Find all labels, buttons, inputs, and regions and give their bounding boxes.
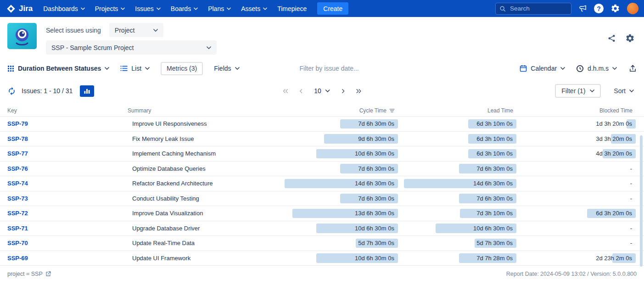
nav-menu-item[interactable]: Timepiece — [272, 0, 312, 17]
column-header-key[interactable]: Key — [0, 107, 125, 114]
cycle-time-cell: 7d 6h 30m 0s — [281, 117, 400, 131]
issue-key-link[interactable]: SSP-79 — [7, 120, 28, 127]
footer: project = SSP Report Date: 2024-05-09 13… — [0, 266, 644, 277]
page-size-value: 10 — [314, 87, 321, 95]
search-input[interactable] — [509, 5, 563, 12]
lead-time-value: 7d 7h 28m 0s — [476, 255, 517, 262]
blocked-time-value: 3d 3h 20m 0s — [596, 135, 636, 142]
column-header-blocked-time[interactable]: Blocked Time — [519, 107, 638, 114]
chevron-left-icon — [298, 89, 302, 94]
share-button[interactable] — [607, 34, 616, 43]
filter-button[interactable]: Filter (1) — [555, 84, 601, 98]
column-header-cycle-time-label: Cycle Time — [359, 107, 386, 114]
page: Jira Dashboards Projects Issues Boards P… — [0, 0, 644, 285]
top-navigation: Jira Dashboards Projects Issues Boards P… — [0, 0, 644, 17]
issue-key-link[interactable]: SSP-71 — [7, 225, 28, 232]
create-button[interactable]: Create — [317, 2, 348, 15]
cycle-time-value: 7d 6h 30m 0s — [358, 195, 398, 202]
issue-key-link[interactable]: SSP-74 — [7, 180, 28, 187]
fields-dropdown[interactable]: Fields — [214, 65, 239, 72]
blocked-time-value: 6d 3h 20m 0s — [596, 210, 636, 217]
column-header-cycle-time[interactable]: Cycle Time — [281, 107, 400, 114]
help-button[interactable]: ? — [594, 4, 604, 13]
announcements-button[interactable] — [578, 4, 587, 13]
time-format-dropdown[interactable]: d.h.m.s — [576, 65, 617, 73]
nav-menu-item[interactable]: Plans — [203, 0, 236, 17]
first-page-button[interactable] — [280, 87, 290, 95]
chevron-down-icon — [157, 7, 161, 10]
nav-menu-item[interactable]: Dashboards — [38, 0, 90, 17]
next-page-button[interactable] — [340, 87, 347, 95]
blocked-time-value: - — [630, 195, 636, 202]
metrics-button[interactable]: Metrics (3) — [161, 62, 203, 75]
issue-key-link[interactable]: SSP-72 — [7, 210, 28, 217]
chevron-down-icon — [325, 89, 330, 92]
view-dropdown[interactable]: List — [120, 65, 150, 72]
cycle-time-cell: 14d 6h 30m 0s — [281, 176, 400, 191]
cycle-time-cell: 7d 6h 30m 0s — [281, 162, 400, 176]
calendar-dropdown[interactable]: Calendar — [520, 65, 565, 72]
issue-source-dropdown[interactable]: Project — [109, 23, 163, 37]
app-logo-icon — [7, 23, 37, 49]
nav-menu-item[interactable]: Projects — [90, 0, 130, 17]
chevron-right-icon — [342, 89, 346, 94]
chevron-down-icon — [235, 67, 240, 70]
chart-view-toggle-button[interactable] — [80, 85, 94, 97]
report-type-label: Duration Between Statuses — [18, 65, 101, 72]
issue-summary: Upgrade Database Driver — [125, 225, 281, 232]
table-row[interactable]: SSP-73 Conduct Usability Testing 7d 6h 3… — [0, 191, 644, 207]
double-chevron-right-icon — [356, 89, 362, 94]
cycle-time-cell: 10d 6h 30m 0s — [281, 251, 400, 266]
refresh-button[interactable] — [7, 87, 16, 95]
external-link-icon[interactable] — [45, 271, 51, 277]
cycle-time-value: 13d 6h 30m 0s — [355, 210, 398, 217]
issue-key-link[interactable]: SSP-78 — [7, 135, 28, 142]
report-header: Select issues using Project SSP - Sample… — [0, 17, 644, 59]
jira-logo[interactable]: Jira — [6, 4, 33, 13]
previous-page-button[interactable] — [297, 87, 304, 95]
last-page-button[interactable] — [354, 87, 364, 95]
table-row[interactable]: SSP-70 Update Real-Time Data 5d 7h 30m 0… — [0, 236, 644, 251]
nav-menu-item[interactable]: Boards — [166, 0, 203, 17]
table-row[interactable]: SSP-72 Improve Data Visualization 13d 6h… — [0, 206, 644, 221]
sort-button[interactable]: Sort — [611, 87, 637, 95]
table-row[interactable]: SSP-79 Improve UI Responsiveness 7d 6h 3… — [0, 117, 644, 132]
issues-count-label: Issues: 1 - 10 / 31 — [22, 87, 73, 95]
table-row[interactable]: SSP-69 Update UI Framework 10d 6h 30m 0s… — [0, 251, 644, 266]
lead-time-cell: 7d 6h 30m 0s — [400, 191, 519, 206]
nav-menu-item[interactable]: Assets — [236, 0, 272, 17]
issues-table: Key Summary Cycle Time Lead Time Blocked… — [0, 105, 644, 266]
project-dropdown[interactable]: SSP - Sample Scrum Project — [46, 40, 217, 55]
issue-key-link[interactable]: SSP-77 — [7, 150, 28, 157]
cycle-time-cell: 10d 6h 30m 0s — [281, 146, 400, 161]
table-row[interactable]: SSP-76 Optimize Database Queries 7d 6h 3… — [0, 162, 644, 177]
table-row[interactable]: SSP-78 Fix Memory Leak Issue 9d 6h 30m 0… — [0, 132, 644, 147]
issue-key-link[interactable]: SSP-73 — [7, 195, 28, 202]
table-row[interactable]: SSP-71 Upgrade Database Driver 10d 6h 30… — [0, 221, 644, 236]
issue-key-link[interactable]: SSP-70 — [7, 240, 28, 246]
nav-menu-item[interactable]: Issues — [130, 0, 165, 17]
avatar[interactable] — [627, 3, 638, 14]
report-type-dropdown[interactable]: Duration Between Statuses — [7, 65, 109, 72]
export-button[interactable] — [629, 64, 637, 73]
table-row[interactable]: SSP-74 Refactor Backend Architecture 14d… — [0, 176, 644, 191]
vertical-scrollbar[interactable] — [640, 135, 643, 267]
search-icon — [499, 6, 506, 12]
column-header-summary[interactable]: Summary — [125, 107, 281, 114]
report-settings-button[interactable] — [625, 34, 635, 43]
nav-right-section: ? — [495, 3, 638, 15]
issue-date-filter-input[interactable] — [252, 64, 508, 73]
pagination-right-section: Filter (1) Sort — [555, 84, 637, 98]
issue-key-link[interactable]: SSP-76 — [7, 165, 28, 172]
nav-search[interactable] — [495, 3, 571, 15]
column-header-lead-time[interactable]: Lead Time — [400, 107, 519, 114]
issue-key-link[interactable]: SSP-69 — [7, 255, 28, 262]
blocked-time-cell: - — [519, 191, 638, 206]
calendar-label: Calendar — [531, 65, 557, 72]
fields-label: Fields — [214, 65, 231, 72]
page-size-dropdown[interactable]: 10 — [311, 87, 333, 95]
table-row[interactable]: SSP-77 Implement Caching Mechanism 10d 6… — [0, 146, 644, 162]
cycle-time-cell: 13d 6h 30m 0s — [281, 206, 400, 221]
project-value: SSP - Sample Scrum Project — [51, 44, 134, 51]
settings-button[interactable] — [610, 4, 620, 13]
